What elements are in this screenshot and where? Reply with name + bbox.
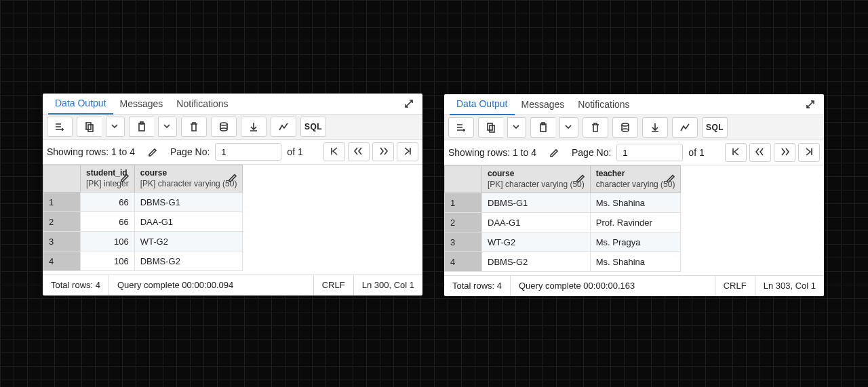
paste-button[interactable] [129,117,154,137]
column-header[interactable]: course[PK] character varying (50) [482,166,591,193]
trash-icon [189,121,199,132]
cell[interactable]: 66 [81,192,135,212]
chart-button[interactable] [271,117,296,137]
table-row[interactable]: 4DBMS-G2Ms. Shahina [445,252,681,272]
pencil-icon [665,172,676,186]
chart-icon [679,122,690,133]
delete-button[interactable] [583,117,608,138]
table-row[interactable]: 1DBMS-G1Ms. Shahina [445,193,681,213]
copy-button[interactable] [77,117,102,137]
last-page-button[interactable] [798,143,820,162]
first-page-button[interactable] [725,143,747,162]
cell[interactable]: Ms. Pragya [590,232,681,252]
row-number[interactable]: 3 [445,232,482,252]
next-icon [779,146,790,159]
caret-down-icon [162,121,173,132]
expand-button[interactable] [802,96,818,113]
trash-icon [590,122,601,133]
page-input[interactable] [616,144,683,161]
column-name: course [488,169,514,178]
cell[interactable]: DBMS-G1 [482,193,591,213]
svg-point-11 [622,129,629,131]
download-button[interactable] [642,117,668,138]
status-eol: CRLF [715,276,755,296]
cell[interactable]: 106 [81,232,135,251]
column-header[interactable]: course[PK] character varying (50) [134,165,243,192]
next-page-button[interactable] [372,142,394,161]
add-rows-button[interactable] [448,117,474,138]
row-number-header[interactable] [43,165,81,192]
add-rows-icon [54,121,65,132]
sql-button[interactable]: SQL [300,117,326,137]
cell[interactable]: DAA-G1 [134,212,243,232]
pencil-icon [575,172,586,186]
first-page-button[interactable] [323,142,345,161]
row-number[interactable]: 4 [43,251,81,271]
cell[interactable]: Prof. Ravinder [590,213,681,232]
row-number[interactable]: 2 [445,213,482,232]
cell[interactable]: Ms. Shahina [590,193,681,213]
last-icon [804,146,814,159]
copy-button[interactable] [478,117,503,138]
save-data-button[interactable] [612,117,638,138]
cell[interactable]: WT-G2 [482,232,591,252]
tab-messages[interactable]: Messages [113,94,170,114]
column-name: teacher [596,169,625,178]
first-icon [329,146,340,159]
page-of-label: of 1 [688,147,704,158]
column-type: [PK] character varying (50) [140,179,237,190]
paste-button[interactable] [530,117,555,138]
cell[interactable]: 106 [81,251,135,271]
tab-notifications[interactable]: Notifications [571,94,636,115]
row-number[interactable]: 4 [445,252,482,272]
svg-point-5 [220,128,227,131]
showing-rows-label: Showing rows: 1 to 4 [448,147,536,158]
copy-icon [486,122,496,133]
delete-button[interactable] [181,117,207,137]
page-input[interactable] [215,143,281,161]
cell[interactable]: DAA-G1 [482,213,591,232]
sql-button[interactable]: SQL [702,117,728,138]
chart-icon [278,121,289,132]
copy-dropdown[interactable] [106,117,125,137]
expand-button[interactable] [401,96,417,112]
paste-dropdown[interactable] [158,117,177,137]
edit-rows-button[interactable] [542,143,566,162]
tab-data-output[interactable]: Data Output [48,94,113,115]
page-no-label: Page No: [170,146,210,157]
add-rows-button[interactable] [47,117,73,137]
prev-page-button[interactable] [348,142,370,161]
column-header[interactable]: teachercharacter varying (50) [590,166,681,193]
row-number[interactable]: 1 [445,193,482,213]
tab-notifications[interactable]: Notifications [170,94,235,114]
chart-button[interactable] [672,117,698,138]
edit-rows-button[interactable] [140,142,165,161]
last-page-button[interactable] [397,142,418,161]
table-row[interactable]: 3WT-G2Ms. Pragya [445,232,681,252]
paste-dropdown[interactable] [559,117,578,138]
next-page-button[interactable] [774,143,795,162]
row-number[interactable]: 3 [43,232,81,251]
result-panel-right: Data OutputMessagesNotificationsSQLShowi… [444,94,824,296]
table-row[interactable]: 2DAA-G1Prof. Ravinder [445,213,681,232]
cell[interactable]: DBMS-G2 [134,251,243,271]
cell[interactable]: WT-G2 [134,232,243,251]
column-header[interactable]: student_id[PK] integer [81,165,135,192]
row-number[interactable]: 2 [43,212,81,232]
save-data-button[interactable] [211,117,237,137]
tab-data-output[interactable]: Data Output [450,94,515,115]
table-row[interactable]: 3106WT-G2 [43,232,243,251]
tab-messages[interactable]: Messages [515,94,572,115]
cell[interactable]: DBMS-G1 [134,192,243,212]
prev-page-button[interactable] [749,143,771,162]
cell[interactable]: Ms. Shahina [590,252,681,272]
copy-dropdown[interactable] [507,117,526,138]
cell[interactable]: 66 [81,212,135,232]
table-row[interactable]: 4106DBMS-G2 [43,251,243,271]
row-number-header[interactable] [445,166,482,193]
row-number[interactable]: 1 [43,192,81,212]
cell[interactable]: DBMS-G2 [482,252,591,272]
table-row[interactable]: 166DBMS-G1 [43,192,243,212]
table-row[interactable]: 266DAA-G1 [43,212,243,232]
download-button[interactable] [241,117,267,137]
